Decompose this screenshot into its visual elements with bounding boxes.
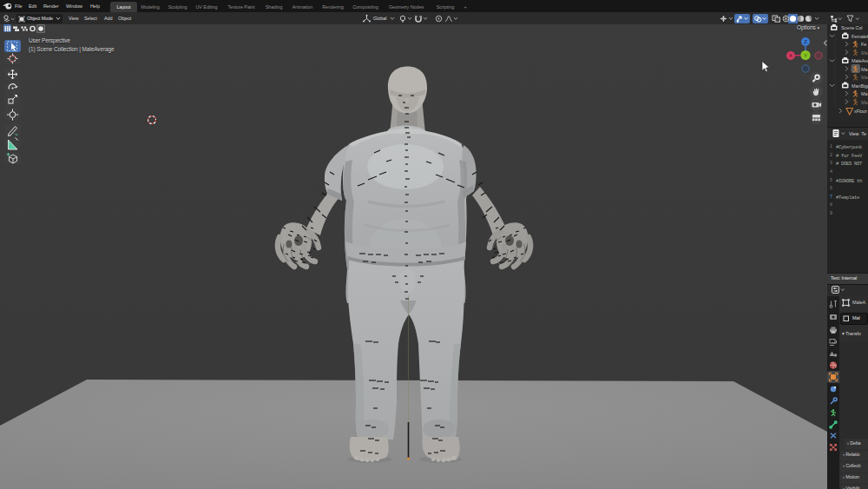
svg-text:X: X	[789, 53, 792, 58]
svg-text:Y: Y	[804, 53, 807, 58]
svg-text:Z: Z	[804, 39, 807, 44]
